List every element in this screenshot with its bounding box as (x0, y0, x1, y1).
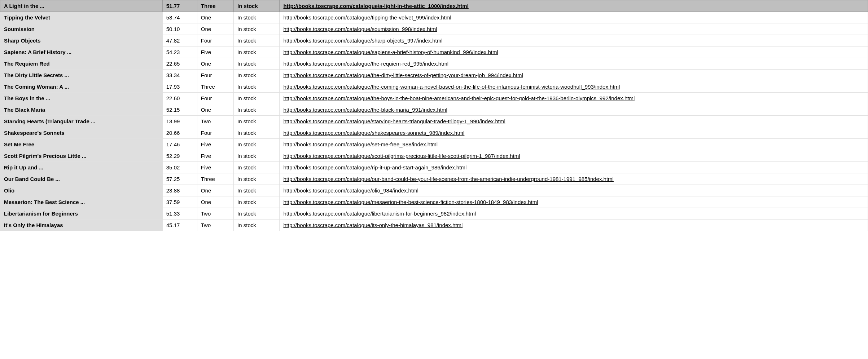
cell-rating: One (197, 58, 233, 70)
cell-price: 52.29 (162, 150, 197, 162)
cell-rating: Four (197, 93, 233, 104)
table-row: Libertarianism for Beginners51.33TwoIn s… (0, 208, 868, 220)
cell-title: Scott Pilgrim's Precious Little ... (0, 150, 163, 162)
table-row: It's Only the Himalayas45.17TwoIn stockh… (0, 220, 868, 231)
cell-stock: In stock (234, 220, 280, 231)
cell-stock: In stock (234, 12, 280, 23)
cell-url: http://books.toscrape.com/catalogue/libe… (280, 208, 868, 220)
cell-price: 51.33 (162, 208, 197, 220)
book-url-link[interactable]: http://books.toscrape.com/catalogue/olio… (283, 187, 418, 194)
header-stock: In stock (234, 0, 280, 12)
cell-stock: In stock (234, 35, 280, 46)
cell-url: http://books.toscrape.com/catalogue/soum… (280, 23, 868, 35)
cell-title: Our Band Could Be ... (0, 173, 163, 185)
cell-stock: In stock (234, 162, 280, 173)
book-url-link[interactable]: http://books.toscrape.com/catalogue/shak… (283, 130, 464, 136)
cell-url: http://books.toscrape.com/catalogue/the-… (280, 93, 868, 104)
book-url-link[interactable]: http://books.toscrape.com/catalogue/the-… (283, 107, 447, 113)
table-row: Starving Hearts (Triangular Trade ...13.… (0, 116, 868, 127)
cell-title: The Requiem Red (0, 58, 163, 70)
header-url-cell: http://books.toscrape.com/catalogue/a-li… (280, 0, 868, 12)
cell-price: 33.34 (162, 70, 197, 81)
cell-title: Olio (0, 185, 163, 196)
cell-rating: Two (197, 220, 233, 231)
cell-price: 57.25 (162, 173, 197, 185)
cell-stock: In stock (234, 46, 280, 58)
book-url-link[interactable]: http://books.toscrape.com/catalogue/star… (283, 118, 505, 124)
cell-title: Sapiens: A Brief History ... (0, 46, 163, 58)
cell-title: Shakespeare's Sonnets (0, 127, 163, 139)
table-row: The Black Maria52.15OneIn stockhttp://bo… (0, 104, 868, 116)
cell-url: http://books.toscrape.com/catalogue/set-… (280, 139, 868, 150)
cell-price: 53.74 (162, 12, 197, 23)
cell-url: http://books.toscrape.com/catalogue/the-… (280, 58, 868, 70)
cell-rating: Two (197, 208, 233, 220)
cell-url: http://books.toscrape.com/catalogue/our-… (280, 173, 868, 185)
cell-title: Soumission (0, 23, 163, 35)
cell-price: 35.02 (162, 162, 197, 173)
cell-stock: In stock (234, 23, 280, 35)
cell-price: 13.99 (162, 116, 197, 127)
cell-rating: Five (197, 150, 233, 162)
cell-title: Tipping the Velvet (0, 12, 163, 23)
table-header-row: A Light in the ... 51.77 Three In stock … (0, 0, 868, 12)
book-url-link[interactable]: http://books.toscrape.com/catalogue/tipp… (283, 14, 451, 21)
cell-rating: One (197, 12, 233, 23)
cell-rating: Three (197, 81, 233, 93)
cell-url: http://books.toscrape.com/catalogue/olio… (280, 185, 868, 196)
book-url-link[interactable]: http://books.toscrape.com/catalogue/our-… (283, 176, 614, 182)
table-row: Rip it Up and ...35.02FiveIn stockhttp:/… (0, 162, 868, 173)
book-url-link[interactable]: http://books.toscrape.com/catalogue/its-… (283, 222, 463, 228)
cell-url: http://books.toscrape.com/catalogue/the-… (280, 70, 868, 81)
table-body: Tipping the Velvet53.74OneIn stockhttp:/… (0, 12, 868, 231)
book-url-link[interactable]: http://books.toscrape.com/catalogue/set-… (283, 141, 438, 147)
cell-url: http://books.toscrape.com/catalogue/shak… (280, 127, 868, 139)
book-url-link[interactable]: http://books.toscrape.com/catalogue/the-… (283, 72, 523, 78)
book-url-link[interactable]: http://books.toscrape.com/catalogue/the-… (283, 84, 620, 90)
cell-title: Sharp Objects (0, 35, 163, 46)
cell-stock: In stock (234, 81, 280, 93)
cell-rating: One (197, 196, 233, 208)
book-url-link[interactable]: http://books.toscrape.com/catalogue/rip-… (283, 164, 466, 170)
cell-rating: Two (197, 116, 233, 127)
book-url-link[interactable]: http://books.toscrape.com/catalogue/the-… (283, 95, 635, 101)
book-url-link[interactable]: http://books.toscrape.com/catalogue/sapi… (283, 49, 498, 55)
cell-stock: In stock (234, 208, 280, 220)
cell-rating: Four (197, 35, 233, 46)
cell-title: Set Me Free (0, 139, 163, 150)
book-url-link[interactable]: http://books.toscrape.com/catalogue/shar… (283, 37, 442, 44)
header-rating: Three (197, 0, 233, 12)
cell-url: http://books.toscrape.com/catalogue/the-… (280, 81, 868, 93)
table-row: Soumission50.10OneIn stockhttp://books.t… (0, 23, 868, 35)
header-title: A Light in the ... (0, 0, 163, 12)
cell-url: http://books.toscrape.com/catalogue/scot… (280, 150, 868, 162)
table-row: Mesaerion: The Best Science ...37.59OneI… (0, 196, 868, 208)
cell-url: http://books.toscrape.com/catalogue/sapi… (280, 46, 868, 58)
table-row: Scott Pilgrim's Precious Little ...52.29… (0, 150, 868, 162)
cell-title: Libertarianism for Beginners (0, 208, 163, 220)
cell-price: 45.17 (162, 220, 197, 231)
table-row: Tipping the Velvet53.74OneIn stockhttp:/… (0, 12, 868, 23)
cell-price: 22.60 (162, 93, 197, 104)
cell-stock: In stock (234, 58, 280, 70)
header-url-link[interactable]: http://books.toscrape.com/catalogue/a-li… (283, 3, 468, 9)
table-row: Set Me Free17.46FiveIn stockhttp://books… (0, 139, 868, 150)
cell-url: http://books.toscrape.com/catalogue/shar… (280, 35, 868, 46)
cell-price: 47.82 (162, 35, 197, 46)
cell-stock: In stock (234, 104, 280, 116)
cell-stock: In stock (234, 70, 280, 81)
cell-title: The Dirty Little Secrets ... (0, 70, 163, 81)
book-url-link[interactable]: http://books.toscrape.com/catalogue/mesa… (283, 199, 538, 205)
cell-price: 50.10 (162, 23, 197, 35)
book-url-link[interactable]: http://books.toscrape.com/catalogue/soum… (283, 26, 437, 32)
cell-stock: In stock (234, 93, 280, 104)
book-url-link[interactable]: http://books.toscrape.com/catalogue/the-… (283, 61, 448, 67)
book-url-link[interactable]: http://books.toscrape.com/catalogue/libe… (283, 210, 476, 217)
cell-rating: Five (197, 139, 233, 150)
table-row: The Boys in the ...22.60FourIn stockhttp… (0, 93, 868, 104)
cell-stock: In stock (234, 173, 280, 185)
table-row: The Requiem Red22.65OneIn stockhttp://bo… (0, 58, 868, 70)
cell-title: Starving Hearts (Triangular Trade ... (0, 116, 163, 127)
cell-rating: One (197, 185, 233, 196)
book-url-link[interactable]: http://books.toscrape.com/catalogue/scot… (283, 153, 520, 159)
